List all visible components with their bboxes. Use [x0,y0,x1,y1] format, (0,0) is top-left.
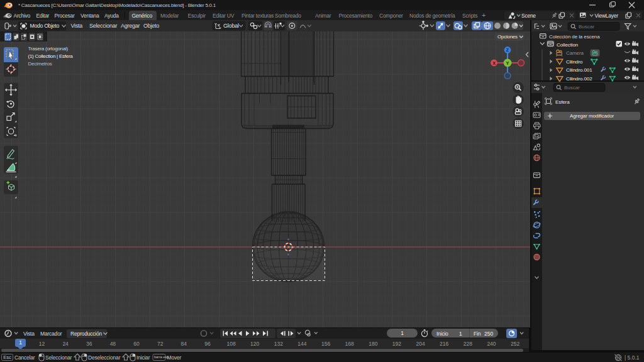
svg-text:36: 36 [86,341,92,347]
svg-text:Global: Global [223,23,239,29]
svg-text:Deseleccionar: Deseleccionar [88,354,121,361]
svg-text:Esc: Esc [3,354,11,360]
svg-text:144: 144 [297,341,306,347]
svg-text:Esfera: Esfera [555,99,570,105]
svg-text:Colección de la escena: Colección de la escena [549,34,600,40]
svg-text:252: 252 [511,341,519,347]
svg-text:132: 132 [274,341,283,347]
svg-text:84: 84 [181,341,187,347]
svg-text:Iniciar: Iniciar [136,354,150,361]
svg-text:Cilindro: Cilindro [566,59,583,65]
svg-text:108: 108 [226,341,235,347]
svg-text:240: 240 [487,341,496,347]
svg-text:Collection: Collection [557,42,578,48]
svg-text:168: 168 [345,341,354,347]
svg-text:96: 96 [204,341,211,347]
svg-text:60: 60 [133,341,140,347]
svg-text:72: 72 [157,341,164,347]
svg-text:12: 12 [39,341,45,347]
svg-text:216: 216 [440,341,448,347]
svg-text:228: 228 [464,341,472,347]
svg-text:Z: Z [506,48,509,52]
svg-text:Cilindro.001: Cilindro.001 [566,67,592,73]
svg-text:48: 48 [110,341,116,347]
svg-text:Mover: Mover [167,354,182,361]
svg-text:Seleccionar: Seleccionar [45,354,72,361]
svg-text:24: 24 [62,341,69,347]
svg-text:Camera: Camera [566,50,584,56]
svg-text:Buscar: Buscar [579,23,594,29]
svg-text:156: 156 [321,341,330,347]
svg-text:180: 180 [369,341,377,347]
svg-text:192: 192 [392,341,401,347]
svg-text:X: X [492,61,496,65]
svg-text:204: 204 [416,341,425,347]
svg-text:Y: Y [506,60,509,66]
svg-text:Buscar: Buscar [564,85,580,90]
svg-text:120: 120 [250,341,259,347]
svg-text:Cancelar: Cancelar [14,354,35,361]
svg-text:Cilindro.002: Cilindro.002 [566,76,592,82]
